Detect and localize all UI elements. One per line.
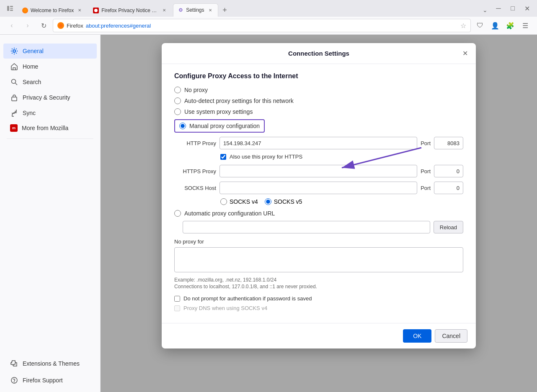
profile-icon[interactable]: 👤: [488, 19, 502, 32]
auto-proxy-radio[interactable]: [174, 210, 181, 217]
https-port-input[interactable]: [434, 165, 463, 177]
auth-checkbox-row: Do not prompt for authentication if pass…: [174, 295, 463, 302]
lock-icon: [10, 93, 18, 102]
socks4-radio[interactable]: [220, 198, 227, 205]
socks5-label: SOCKS v5: [274, 198, 302, 205]
star-icon[interactable]: ☆: [460, 22, 466, 30]
socks-port-input[interactable]: [434, 182, 463, 194]
maximize-button[interactable]: □: [506, 2, 519, 15]
forward-button[interactable]: ›: [21, 19, 34, 32]
http-proxy-input[interactable]: [219, 137, 417, 149]
tab-privacy-notice[interactable]: Firefox Privacy Notice — Mozill… ✕: [88, 3, 172, 17]
manual-proxy-label: Manual proxy configuration: [189, 123, 260, 129]
back-button[interactable]: ‹: [5, 19, 18, 32]
https-proxy-input[interactable]: [219, 165, 417, 177]
firefox-logo-icon: [57, 22, 64, 29]
socks5-radio[interactable]: [265, 198, 271, 205]
shield-icon[interactable]: 🛡: [473, 19, 487, 32]
socks-host-input[interactable]: [219, 182, 417, 194]
general-icon: [10, 47, 18, 55]
system-proxy-label: Use system proxy settings: [184, 108, 253, 115]
sidebar-item-mozilla[interactable]: m More from Mozilla: [3, 121, 97, 135]
tab-favicon-welcome: [22, 8, 28, 13]
no-proxy-radio[interactable]: [174, 87, 181, 93]
puzzle-icon: [10, 359, 18, 368]
dns-checkbox[interactable]: [174, 305, 180, 311]
svg-line-6: [15, 83, 18, 85]
svg-rect-7: [12, 97, 17, 101]
tab-close-welcome[interactable]: ✕: [76, 7, 83, 14]
sidebar-label-support: Firefox Support: [23, 377, 63, 384]
cancel-button[interactable]: Cancel: [435, 329, 467, 343]
no-proxy-textarea[interactable]: [174, 247, 463, 272]
svg-point-4: [13, 50, 15, 52]
manual-proxy-radio[interactable]: [179, 123, 186, 129]
tab-bar: Welcome to Firefox ✕ Firefox Privacy Not…: [0, 0, 537, 17]
auth-checkbox[interactable]: [174, 296, 180, 302]
content-area: Connection Settings ✕ Configure Proxy Ac…: [101, 35, 537, 392]
sidebar-item-general[interactable]: General: [3, 44, 97, 59]
ok-button[interactable]: OK: [403, 329, 431, 343]
main-area: General Home Search: [0, 35, 537, 392]
tab-welcome[interactable]: Welcome to Firefox ✕: [18, 3, 88, 17]
address-prefix: Firefox: [67, 23, 83, 29]
https-checkbox-row: Also use this proxy for HTTPS: [220, 154, 463, 160]
http-port-input[interactable]: [434, 137, 463, 149]
dialog-body: Configure Proxy Access to the Internet N…: [162, 64, 476, 323]
socks-host-label: SOCKS Host: [174, 185, 216, 191]
no-proxy-option[interactable]: No proxy: [174, 87, 463, 93]
address-text: about:preferences#general: [86, 23, 151, 29]
nav-bar: ‹ › ↻ Firefox about:preferences#general …: [0, 17, 537, 34]
tab-close-privacy[interactable]: ✕: [161, 7, 168, 14]
extensions-icon[interactable]: 🧩: [503, 19, 517, 32]
socks4-option[interactable]: SOCKS v4: [220, 198, 258, 205]
socks-version-row: SOCKS v4 SOCKS v5: [220, 198, 463, 205]
socks5-option[interactable]: SOCKS v5: [265, 198, 302, 205]
reload-button[interactable]: ↻: [37, 19, 50, 32]
auto-proxy-url-input[interactable]: [183, 221, 430, 233]
note-text: Connections to localhost, 127.0.0.1/8, a…: [174, 284, 463, 290]
section-title: Configure Proxy Access to the Internet: [174, 72, 463, 80]
sidebar-item-home[interactable]: Home: [3, 59, 97, 74]
svg-point-5: [12, 79, 16, 84]
no-proxy-section-label: No proxy for: [174, 238, 463, 245]
minimize-button[interactable]: ─: [492, 2, 505, 15]
socks-port-label: Port: [421, 185, 431, 191]
dialog-overlay: Connection Settings ✕ Configure Proxy Ac…: [101, 35, 537, 392]
manual-proxy-group: Manual proxy configuration: [174, 119, 265, 133]
reload-button-proxy[interactable]: Reload: [434, 221, 463, 233]
sidebar-item-search[interactable]: Search: [3, 74, 97, 90]
auto-detect-label: Auto-detect proxy settings for this netw…: [184, 97, 294, 104]
https-proxy-row: HTTPS Proxy Port: [174, 165, 463, 177]
address-bar[interactable]: Firefox about:preferences#general ☆: [53, 19, 471, 32]
tab-favicon-privacy: [93, 8, 99, 13]
tab-settings[interactable]: ⚙ Settings ✕: [173, 3, 218, 17]
tab-close-settings[interactable]: ✕: [207, 7, 214, 13]
https-checkbox[interactable]: [220, 154, 226, 160]
sidebar-item-sync[interactable]: Sync: [3, 105, 97, 120]
tab-overflow-button[interactable]: ⌄: [479, 4, 491, 16]
svg-point-9: [14, 382, 15, 383]
menu-button[interactable]: ☰: [519, 19, 532, 32]
close-window-button[interactable]: ✕: [520, 2, 534, 15]
sidebar-label-search: Search: [23, 79, 41, 85]
auto-detect-option[interactable]: Auto-detect proxy settings for this netw…: [174, 97, 463, 104]
nav-right-buttons: 🛡 👤 🧩 ☰: [473, 19, 532, 32]
sidebar-item-privacy[interactable]: Privacy & Security: [3, 90, 97, 105]
dialog-title: Connection Settings: [288, 50, 349, 57]
sidebar-toggle-icon[interactable]: [3, 2, 17, 15]
dialog-close-button[interactable]: ✕: [459, 48, 471, 59]
http-proxy-row: HTTP Proxy Port: [174, 137, 463, 149]
sidebar-label-privacy: Privacy & Security: [23, 94, 70, 101]
auto-proxy-label: Automatic proxy configuration URL: [184, 210, 275, 217]
socks4-label: SOCKS v4: [230, 198, 258, 205]
no-proxy-label: No proxy: [184, 87, 208, 93]
auto-proxy-option[interactable]: Automatic proxy configuration URL: [174, 210, 463, 217]
auto-detect-radio[interactable]: [174, 97, 181, 104]
sidebar-label-home: Home: [23, 63, 38, 70]
system-proxy-option[interactable]: Use system proxy settings: [174, 108, 463, 115]
new-tab-button[interactable]: +: [219, 4, 231, 16]
system-proxy-radio[interactable]: [174, 108, 181, 115]
tab-label-privacy: Firefox Privacy Notice — Mozill…: [101, 8, 158, 13]
http-port-label: Port: [421, 140, 431, 146]
